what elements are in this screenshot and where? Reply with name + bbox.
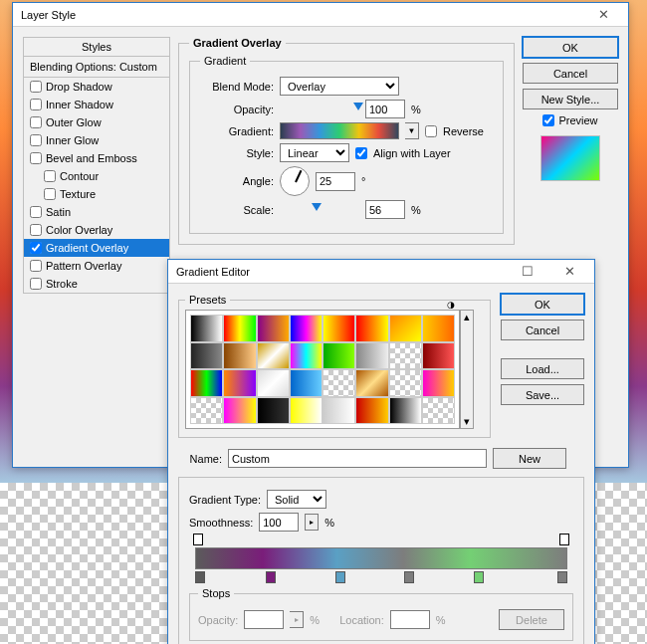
- preset-swatch[interactable]: [389, 369, 422, 397]
- scrollbar[interactable]: ▴▾: [460, 310, 474, 429]
- preset-swatch[interactable]: [190, 397, 223, 425]
- gradient-dropdown-icon[interactable]: ▼: [405, 122, 419, 139]
- gradient-swatch[interactable]: [280, 122, 399, 139]
- style-item-color-overlay[interactable]: Color Overlay: [24, 221, 169, 239]
- style-checkbox[interactable]: [44, 170, 56, 182]
- opacity-stop-right[interactable]: [559, 534, 569, 545]
- align-checkbox[interactable]: [355, 147, 367, 159]
- style-item-inner-glow[interactable]: Inner Glow: [24, 131, 169, 149]
- color-stop[interactable]: [266, 571, 276, 583]
- style-item-outer-glow[interactable]: Outer Glow: [24, 113, 169, 131]
- style-checkbox[interactable]: [30, 81, 42, 93]
- style-item-contour[interactable]: Contour: [24, 167, 169, 185]
- angle-dial[interactable]: [280, 166, 310, 196]
- preset-swatch[interactable]: [422, 342, 455, 370]
- blend-mode-select[interactable]: Overlay: [280, 77, 399, 96]
- style-item-bevel-and-emboss[interactable]: Bevel and Emboss: [24, 149, 169, 167]
- ge-close-icon[interactable]: ✕: [548, 261, 590, 283]
- style-item-texture[interactable]: Texture: [24, 185, 169, 203]
- preset-swatch[interactable]: [323, 315, 355, 342]
- preset-swatch[interactable]: [223, 342, 256, 370]
- style-checkbox[interactable]: [30, 206, 42, 218]
- style-checkbox[interactable]: [30, 134, 42, 146]
- opacity-stop-left[interactable]: [193, 534, 203, 545]
- preset-swatch[interactable]: [190, 342, 223, 370]
- preset-swatch[interactable]: [290, 397, 323, 425]
- style-checkbox[interactable]: [30, 116, 42, 128]
- type-select[interactable]: Solid: [267, 490, 326, 509]
- scale-slider[interactable]: [280, 203, 359, 217]
- scroll-down-icon[interactable]: ▾: [464, 415, 470, 428]
- preset-swatch[interactable]: [355, 342, 388, 370]
- preset-swatch[interactable]: [389, 397, 422, 425]
- preset-swatch[interactable]: [355, 315, 388, 342]
- preset-swatch[interactable]: [257, 315, 290, 342]
- style-item-drop-shadow[interactable]: Drop Shadow: [24, 78, 169, 96]
- preset-swatch[interactable]: [290, 315, 323, 342]
- preset-swatch[interactable]: [422, 369, 455, 397]
- color-stop[interactable]: [195, 571, 205, 583]
- ge-cancel-button[interactable]: Cancel: [501, 320, 584, 340]
- save-button[interactable]: Save...: [501, 384, 584, 405]
- blending-options[interactable]: Blending Options: Custom: [24, 57, 169, 78]
- scale-input[interactable]: [365, 200, 405, 219]
- opacity-input[interactable]: [365, 100, 405, 118]
- maximize-icon[interactable]: ☐: [507, 261, 548, 283]
- smooth-dropdown-icon[interactable]: ▸: [305, 514, 319, 531]
- preset-swatch[interactable]: [290, 342, 323, 370]
- style-checkbox[interactable]: [30, 99, 42, 110]
- color-stop[interactable]: [557, 571, 567, 583]
- cancel-button[interactable]: Cancel: [523, 63, 618, 84]
- titlebar[interactable]: Layer Style ✕: [13, 3, 628, 27]
- close-icon[interactable]: ✕: [582, 4, 624, 26]
- preset-swatch[interactable]: [223, 397, 256, 425]
- style-checkbox[interactable]: [30, 224, 42, 236]
- preview-checkbox[interactable]: [542, 114, 554, 126]
- preset-swatch[interactable]: [223, 315, 256, 342]
- preset-swatch[interactable]: [323, 342, 355, 370]
- ok-button[interactable]: OK: [523, 37, 618, 58]
- preset-swatch[interactable]: [257, 369, 290, 397]
- color-stop[interactable]: [404, 571, 414, 583]
- ge-ok-button[interactable]: OK: [501, 294, 584, 315]
- style-item-gradient-overlay[interactable]: Gradient Overlay: [24, 239, 169, 257]
- reverse-checkbox[interactable]: [425, 125, 437, 137]
- preset-swatch[interactable]: [223, 369, 256, 397]
- preset-swatch[interactable]: [389, 342, 422, 370]
- load-button[interactable]: Load...: [501, 358, 584, 379]
- preset-swatch[interactable]: [422, 397, 455, 425]
- preset-swatch[interactable]: [290, 369, 323, 397]
- style-checkbox[interactable]: [30, 278, 42, 290]
- style-item-satin[interactable]: Satin: [24, 203, 169, 221]
- preset-swatch[interactable]: [323, 397, 355, 425]
- preset-swatch[interactable]: [422, 315, 455, 342]
- gradient-bar[interactable]: [195, 547, 567, 569]
- angle-input[interactable]: [316, 172, 355, 191]
- preset-swatch[interactable]: [257, 342, 290, 370]
- color-stop[interactable]: [335, 571, 345, 583]
- style-item-stroke[interactable]: Stroke: [24, 275, 169, 293]
- styles-header[interactable]: Styles: [24, 38, 169, 57]
- style-checkbox[interactable]: [30, 152, 42, 164]
- style-checkbox[interactable]: [30, 242, 42, 254]
- style-checkbox[interactable]: [44, 188, 56, 200]
- preset-swatch[interactable]: [355, 397, 388, 425]
- scroll-up-icon[interactable]: ▴: [464, 311, 470, 323]
- preset-swatch[interactable]: [389, 315, 422, 342]
- preset-swatch[interactable]: [190, 315, 223, 342]
- presets-grid[interactable]: [185, 310, 460, 429]
- style-item-pattern-overlay[interactable]: Pattern Overlay: [24, 257, 169, 275]
- preset-swatch[interactable]: [257, 397, 290, 425]
- style-select[interactable]: Linear: [280, 143, 349, 162]
- smooth-input[interactable]: [259, 513, 299, 532]
- opacity-slider[interactable]: [280, 103, 359, 116]
- name-input[interactable]: [228, 449, 487, 468]
- style-item-inner-shadow[interactable]: Inner Shadow: [24, 96, 169, 113]
- preset-swatch[interactable]: [323, 369, 355, 397]
- ge-titlebar[interactable]: Gradient Editor ☐ ✕: [168, 260, 594, 284]
- style-checkbox[interactable]: [30, 260, 42, 272]
- new-button[interactable]: New: [493, 448, 566, 469]
- flyout-icon[interactable]: ◑: [447, 300, 455, 310]
- new-style-button[interactable]: New Style...: [523, 89, 618, 109]
- color-stop[interactable]: [474, 571, 484, 583]
